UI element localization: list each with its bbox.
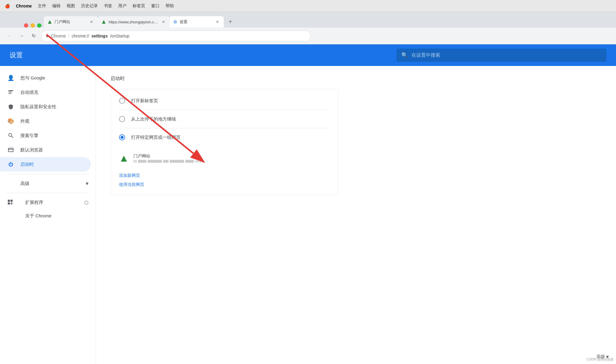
tab-close-3[interactable]: ✕	[215, 19, 220, 25]
menu-help[interactable]: 帮助	[166, 3, 174, 9]
menu-view[interactable]: 视图	[67, 3, 75, 9]
startup-option-new-tab[interactable]: 打开新标签页	[111, 92, 338, 110]
url-text-ome: ome	[195, 159, 202, 163]
tab-settings[interactable]: ⚙ 设置 ✕	[170, 16, 224, 28]
sidebar-item-privacy[interactable]: 隐私设置和安全性	[0, 100, 91, 114]
address-bar[interactable]: ● Chrome | chrome://settings/onStartup	[41, 31, 311, 41]
sidebar-extensions-label: 扩展程序	[25, 200, 43, 205]
sidebar-about-label: 关于 Chrome	[25, 213, 52, 219]
tab-close-2[interactable]: ✕	[161, 19, 166, 25]
mac-menubar: 🍎 Chrome 文件 编辑 视图 历史记录 书签 用户 标签页 窗口 帮助	[0, 0, 616, 12]
search-input[interactable]	[411, 52, 602, 58]
menu-users[interactable]: 用户	[118, 3, 127, 9]
sidebar-label-browser: 默认浏览器	[20, 147, 84, 153]
close-window-button[interactable]	[24, 23, 28, 28]
search-icon-sidebar	[7, 132, 14, 139]
menu-file[interactable]: 文件	[38, 3, 46, 9]
sidebar-item-appearance[interactable]: 🎨 外观	[0, 114, 91, 128]
external-link-icon: ⬡	[84, 200, 88, 205]
extensions-icon	[7, 199, 14, 206]
sidebar-divider	[7, 174, 88, 174]
menu-history[interactable]: 历史记录	[81, 3, 98, 9]
add-new-page-link[interactable]: 添加新网页	[119, 173, 330, 178]
site-info: 门户网站 ht ome	[133, 154, 330, 163]
menu-bookmarks[interactable]: 书签	[104, 3, 112, 9]
svg-marker-2	[48, 20, 52, 24]
menu-window[interactable]: 窗口	[151, 3, 160, 9]
tab-favicon-2	[101, 19, 106, 24]
option-label-new-tab: 打开新标签页	[131, 98, 158, 104]
menu-tabs[interactable]: 标签页	[133, 3, 145, 9]
site-entry: 门户网站 ht ome	[119, 151, 330, 166]
tab-favicon-3: ⚙	[173, 19, 177, 24]
new-tab-button[interactable]: +	[225, 16, 236, 27]
chrome-label: Chrome	[51, 34, 66, 38]
svg-rect-6	[8, 93, 11, 94]
sidebar-item-extensions[interactable]: 扩展程序 ⬡	[0, 195, 96, 210]
tab-favicon-1	[47, 19, 52, 24]
svg-rect-13	[8, 202, 10, 204]
settings-page: 设置 🔍 👤 您与 Google	[0, 44, 616, 364]
settings-sidebar: 👤 您与 Google 自动填充	[0, 66, 96, 364]
sidebar-item-browser[interactable]: 默认浏览器	[0, 143, 91, 157]
tab-title-2: https://www.zhongqiyixin.com/	[109, 20, 158, 24]
radio-new-tab[interactable]	[119, 98, 125, 104]
startup-option-continue[interactable]: 从上次停下的地方继续	[111, 110, 338, 128]
settings-search-bar[interactable]: 🔍	[396, 49, 606, 62]
sidebar-item-startup[interactable]: 启动时	[0, 157, 91, 172]
sidebar-label-appearance: 外观	[20, 118, 84, 124]
reload-button[interactable]: ↻	[29, 31, 38, 41]
tab-title-3: 设置	[180, 19, 212, 25]
forward-button[interactable]: →	[17, 31, 26, 41]
sidebar-item-advanced[interactable]: 高级 ▾	[0, 177, 96, 190]
apple-menu[interactable]: 🍎	[5, 4, 10, 8]
app-name: Chrome	[16, 4, 32, 8]
watermark: CSDN @测试改改	[587, 357, 614, 362]
svg-rect-9	[8, 148, 13, 152]
radio-continue[interactable]	[119, 116, 125, 122]
search-icon: 🔍	[401, 52, 408, 58]
radio-specific[interactable]	[119, 134, 125, 140]
site-url: ht ome	[133, 159, 330, 163]
tab-close-1[interactable]: ✕	[89, 19, 94, 25]
svg-rect-12	[10, 200, 13, 202]
site-entry-area: 门户网站 ht ome	[111, 146, 338, 171]
menu-edit[interactable]: 编辑	[52, 3, 61, 9]
minimize-window-button[interactable]	[31, 23, 35, 28]
sidebar-label-search: 搜索引擎	[20, 133, 84, 139]
svg-marker-3	[102, 20, 106, 24]
site-name: 门户网站	[133, 154, 330, 159]
browser-icon	[7, 146, 14, 154]
sidebar-item-search[interactable]: 搜索引擎	[0, 128, 91, 143]
tab-portal[interactable]: 门户网站 ✕	[44, 16, 98, 28]
maximize-window-button[interactable]	[37, 23, 41, 28]
url-suffix: /onStartup	[110, 34, 130, 38]
settings-main: 启动时 打开新标签页 从上次停下的地方继续	[96, 66, 616, 364]
sidebar-label-autofill: 自动填充	[20, 90, 84, 95]
power-icon	[7, 161, 14, 168]
chevron-down-icon: ▾	[86, 180, 88, 187]
use-current-page-link[interactable]: 使用当前网页	[119, 182, 330, 187]
svg-rect-5	[8, 92, 12, 92]
security-icon: ●	[46, 34, 48, 38]
settings-header: 设置 🔍	[0, 44, 616, 66]
back-button[interactable]: ←	[5, 31, 14, 41]
startup-section-title: 启动时	[110, 76, 602, 82]
sidebar-advanced-label: 高级	[20, 181, 29, 186]
startup-option-specific[interactable]: 打开特定网页或一组网页	[111, 128, 338, 146]
url-scheme: chrome://	[72, 34, 89, 38]
traffic-lights	[24, 23, 41, 28]
tab-zhongqi[interactable]: https://www.zhongqiyixin.com/ ✕	[98, 16, 170, 28]
sidebar-item-autofill[interactable]: 自动填充	[0, 85, 91, 100]
sidebar-item-about[interactable]: 关于 Chrome	[0, 210, 96, 222]
url-block-5	[185, 160, 194, 163]
startup-card: 打开新标签页 从上次停下的地方继续 打开特定网页或一组网页	[110, 89, 338, 195]
sidebar-item-google[interactable]: 👤 您与 Google	[0, 71, 91, 85]
url-text-ht: ht	[133, 159, 137, 163]
autofill-icon	[7, 89, 14, 96]
option-label-continue: 从上次停下的地方继续	[131, 116, 176, 122]
url-block-3	[163, 160, 169, 163]
url-bold: settings	[91, 34, 108, 38]
tab-title-1: 门户网站	[55, 19, 86, 25]
sidebar-label-privacy: 隐私设置和安全性	[20, 104, 84, 110]
